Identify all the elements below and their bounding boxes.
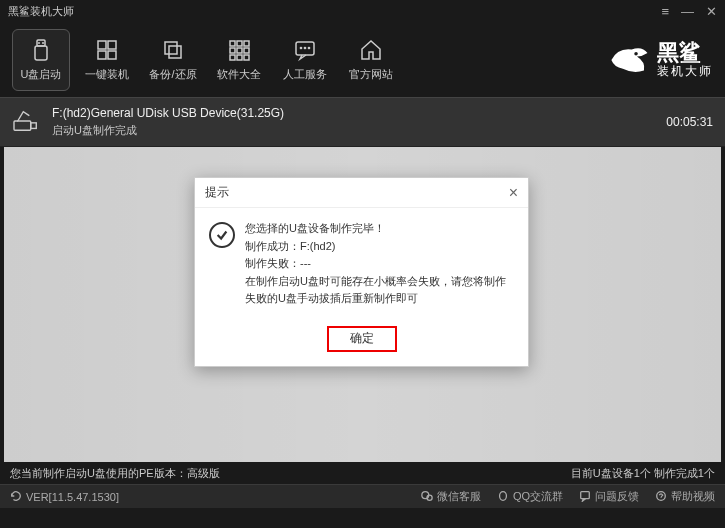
svg-rect-17 — [237, 55, 242, 60]
svg-rect-9 — [169, 46, 181, 58]
usb-device-icon — [12, 108, 42, 137]
nav-software[interactable]: 软件大全 — [210, 29, 268, 91]
copy-icon — [160, 37, 186, 63]
nav-backup[interactable]: 备份/还原 — [144, 29, 202, 91]
check-icon — [209, 222, 235, 248]
svg-rect-12 — [244, 41, 249, 46]
help-icon — [655, 490, 667, 504]
navbar: U盘启动 一键装机 备份/还原 软件大全 人工服务 官方网站 黑鲨 装机大师 — [0, 22, 725, 97]
nav-usb-boot[interactable]: U盘启动 — [12, 29, 70, 91]
nav-support[interactable]: 人工服务 — [276, 29, 334, 91]
svg-point-23 — [634, 52, 638, 56]
pe-version-text: 您当前制作启动U盘使用的PE版本：高级版 — [10, 466, 220, 481]
link-feedback[interactable]: 问题反馈 — [579, 489, 639, 504]
app-title: 黑鲨装机大师 — [8, 4, 74, 19]
svg-rect-24 — [14, 121, 31, 130]
menu-icon[interactable]: ≡ — [661, 4, 669, 19]
qq-icon — [497, 490, 509, 504]
usb-icon — [28, 37, 54, 63]
nav-label: 官方网站 — [349, 67, 393, 82]
shark-icon — [607, 40, 651, 80]
dialog-message: 您选择的U盘设备制作完毕！ 制作成功：F:(hd2) 制作失败：--- 在制作启… — [245, 220, 514, 308]
brand-logo: 黑鲨 装机大师 — [607, 40, 713, 80]
device-status: 启动U盘制作完成 — [52, 123, 656, 138]
nav-website[interactable]: 官方网站 — [342, 29, 400, 91]
svg-point-22 — [308, 47, 309, 48]
nav-label: U盘启动 — [21, 67, 62, 82]
close-icon[interactable]: ✕ — [706, 4, 717, 19]
brand-name: 黑鲨 — [657, 41, 713, 65]
windows-icon — [94, 37, 120, 63]
status-bar-info: 您当前制作启动U盘使用的PE版本：高级版 目前U盘设备1个 制作完成1个 — [0, 462, 725, 484]
msg-line2: 制作成功：F:(hd2) — [245, 238, 514, 256]
svg-point-30 — [657, 491, 666, 500]
brand-sub: 装机大师 — [657, 65, 713, 78]
svg-rect-11 — [237, 41, 242, 46]
svg-rect-8 — [165, 42, 177, 54]
svg-point-21 — [304, 47, 305, 48]
window-controls: ≡ — ✕ — [661, 4, 717, 19]
svg-point-20 — [300, 47, 301, 48]
svg-rect-7 — [108, 51, 116, 59]
minimize-icon[interactable]: — — [681, 4, 694, 19]
svg-rect-6 — [98, 51, 106, 59]
svg-rect-18 — [244, 55, 249, 60]
nav-label: 备份/还原 — [149, 67, 196, 82]
svg-rect-1 — [35, 46, 47, 60]
msg-line4: 在制作启动U盘时可能存在小概率会失败，请您将制作失败的U盘手动拔插后重新制作即可 — [245, 273, 514, 308]
svg-rect-16 — [230, 55, 235, 60]
svg-rect-29 — [581, 491, 590, 498]
svg-rect-15 — [244, 48, 249, 53]
svg-rect-5 — [108, 41, 116, 49]
device-bar: F:(hd2)General UDisk USB Device(31.25G) … — [0, 97, 725, 147]
link-qq[interactable]: QQ交流群 — [497, 489, 563, 504]
nav-oneclick[interactable]: 一键装机 — [78, 29, 136, 91]
link-wechat[interactable]: 微信客服 — [421, 489, 481, 504]
nav-label: 一键装机 — [85, 67, 129, 82]
nav-label: 人工服务 — [283, 67, 327, 82]
link-help[interactable]: 帮助视频 — [655, 489, 715, 504]
device-count-text: 目前U盘设备1个 制作完成1个 — [571, 466, 715, 481]
elapsed-time: 00:05:31 — [666, 115, 713, 129]
chat-icon — [292, 37, 318, 63]
version-label: VER[11.5.47.1530] — [10, 490, 119, 504]
titlebar: 黑鲨装机大师 ≡ — ✕ — [0, 0, 725, 22]
home-icon — [358, 37, 384, 63]
main-area: 提示 × 您选择的U盘设备制作完毕！ 制作成功：F:(hd2) 制作失败：---… — [0, 147, 725, 462]
dialog-header: 提示 × — [195, 178, 528, 208]
svg-rect-14 — [237, 48, 242, 53]
svg-rect-4 — [98, 41, 106, 49]
svg-rect-13 — [230, 48, 235, 53]
svg-point-28 — [499, 491, 506, 500]
dialog: 提示 × 您选择的U盘设备制作完毕！ 制作成功：F:(hd2) 制作失败：---… — [194, 177, 529, 367]
msg-line3: 制作失败：--- — [245, 255, 514, 273]
svg-rect-10 — [230, 41, 235, 46]
dialog-title: 提示 — [205, 184, 229, 201]
nav-label: 软件大全 — [217, 67, 261, 82]
svg-rect-25 — [31, 122, 37, 128]
refresh-icon[interactable] — [10, 490, 22, 504]
grid-icon — [226, 37, 252, 63]
msg-line1: 您选择的U盘设备制作完毕！ — [245, 220, 514, 238]
svg-rect-0 — [37, 40, 45, 46]
ok-button[interactable]: 确定 — [327, 326, 397, 352]
wechat-icon — [421, 490, 433, 504]
device-name: F:(hd2)General UDisk USB Device(31.25G) — [52, 106, 656, 120]
status-bar-footer: VER[11.5.47.1530] 微信客服 QQ交流群 问题反馈 帮助视频 — [0, 484, 725, 508]
dialog-close-icon[interactable]: × — [509, 184, 518, 202]
feedback-icon — [579, 490, 591, 504]
